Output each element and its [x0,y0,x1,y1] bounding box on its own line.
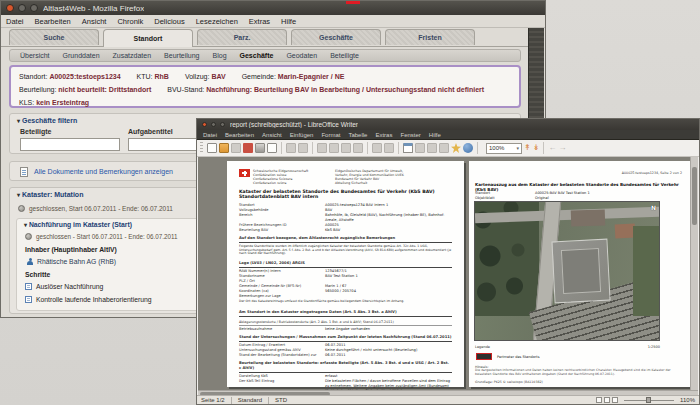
main-tab[interactable]: Suche [9,29,99,45]
zoom-slider[interactable] [624,397,674,403]
schritt-link[interactable]: Kontrolle laufende Inhaberorientierung [36,296,152,303]
report-row: Ablagerungsstandorte / Betriebsstandorte… [239,320,452,326]
menu-item[interactable]: Hilfe [281,17,296,26]
report-row: Am Standort in den Kataster eingetragene… [239,310,452,317]
notification-strip [346,1,360,4]
beteiligte-input[interactable] [20,138,120,151]
writer-menubar: DateiBearbeitenAnsichtEinfügenFormatTabe… [197,130,699,140]
zoom-slider-thumb[interactable] [646,397,651,403]
copy-icon[interactable] [329,143,339,153]
hyperlink-icon[interactable] [463,143,473,153]
writer-titlebar[interactable]: report (schreibgeschützt) - LibreOffice … [197,119,699,130]
sub-tab[interactable]: Zusatzdaten [113,52,152,59]
close-icon[interactable] [6,4,14,12]
menu-item[interactable]: Datei [203,132,217,138]
sub-tab[interactable]: Übersicht [20,52,50,59]
nachfuehrung-header[interactable]: ▾ Nachführung im Kataster (Start) [17,219,213,228]
schritte-label: Schritte [25,271,50,278]
navigator-icon[interactable] [439,143,449,153]
find-icon[interactable] [427,143,437,153]
menu-item[interactable]: Delicious [154,17,184,26]
sub-tab[interactable]: Geschäfte [240,52,274,59]
menu-item[interactable]: Format [321,132,340,138]
report-row: Stand der Untersuchungen / Massnahmen zu… [239,335,452,342]
inhaber-row: Rhätische Bahn AG (RhB) [27,258,116,265]
insert-table-icon[interactable] [403,143,413,153]
menu-item[interactable]: Bearbeiten [225,132,254,138]
menu-item[interactable]: Bearbeiten [35,17,71,26]
new-document-icon[interactable] [207,143,217,153]
inhaber-name[interactable]: Rhätische Bahn AG (RhB) [37,258,116,265]
kataster-status: geschlossen, Start 06.07.2011 - Ende: 06… [18,205,173,212]
view-layout-buttons [596,397,618,403]
main-tab[interactable]: Geschäfte [291,29,381,45]
show-all-documents-link[interactable]: Alle Dokumente und Bemerkungen anzeigen [34,168,173,175]
undo-icon[interactable] [372,143,382,153]
menu-item[interactable]: Tabelle [348,132,367,138]
menu-item[interactable]: Datei [6,17,24,26]
book-view-icon[interactable] [612,397,618,403]
sub-tab[interactable]: Grunddaten [63,52,100,59]
vertical-scrollbar[interactable] [690,157,698,390]
navigate-down-icon[interactable]: ↡ [533,143,540,153]
toolbar-handle[interactable] [200,142,203,154]
report-row: Betriebsaufnahme keine Angabe vorhanden [239,327,452,332]
nachfuehrung-panel: ▾ Nachführung im Kataster (Start) geschl… [16,218,214,311]
cut-icon[interactable] [317,143,327,153]
scrollbar-thumb[interactable] [692,167,697,225]
menu-item[interactable]: Extras [249,17,270,26]
menu-item[interactable]: Lesezeichen [196,17,238,26]
sub-tab[interactable]: Geodaten [286,52,317,59]
sub-tab[interactable]: Beteiligte [330,52,359,59]
page-preview-icon[interactable] [267,143,277,153]
single-page-view-icon[interactable] [596,397,602,403]
department-line: Abteilung Sicherheit [335,181,404,185]
paste-icon[interactable] [341,143,351,153]
schritt-link[interactable]: Auslöser Nachführung [36,283,103,290]
format-paintbrush-icon[interactable] [353,143,363,153]
swiss-flag-icon [239,169,250,177]
gallery-icon[interactable] [451,143,461,153]
redo-icon[interactable] [384,143,394,153]
main-tab[interactable]: Standort [103,29,193,47]
minimize-icon[interactable] [211,122,216,127]
menu-item[interactable]: Ansicht [82,17,107,26]
maximize-icon[interactable] [220,122,225,127]
draw-functions-icon[interactable] [415,143,425,153]
info-pair: BVU-Stand: Nachführung: Beurteilung BAV … [167,86,484,93]
aufgabentitel-label: Aufgabentitel [128,128,173,135]
menu-item[interactable]: Extras [375,132,392,138]
aerial-photo: N [474,201,660,341]
menu-item[interactable]: Ansicht [262,132,282,138]
zoom-percent: 110% [680,397,695,403]
menu-item[interactable]: Einfügen [290,132,314,138]
menu-item[interactable]: Hilfe [429,132,441,138]
firefox-titlebar[interactable]: Altlast4Web - Mozilla Firefox [1,1,545,15]
print-icon[interactable] [255,143,265,153]
export-pdf-icon[interactable] [243,143,253,153]
back-icon[interactable]: ← [548,143,556,153]
main-tab[interactable]: Fristen [385,29,475,45]
menu-item[interactable]: Fenster [400,132,420,138]
autospell-icon[interactable] [298,143,308,153]
save-icon[interactable] [231,143,241,153]
spellcheck-icon[interactable] [286,143,296,153]
forward-icon[interactable]: → [558,143,566,153]
menu-item[interactable]: Chronik [117,17,143,26]
multi-page-view-icon[interactable] [604,397,610,403]
sub-tab[interactable]: Blog [213,52,227,59]
copyright-line: Grundlage: PK25 © swisstopo (BA110382) [475,380,543,384]
minimize-icon[interactable] [18,4,26,12]
main-tab[interactable]: Parz. [197,29,287,45]
report-rows: Standort A00025:testoeps1234 BAV intern … [239,203,452,399]
navigate-up-icon[interactable]: ↟ [524,143,531,153]
writer-statusbar: Seite 1/2 Standard STD 110% [197,395,699,404]
maximize-icon[interactable] [30,4,38,12]
sub-tab[interactable]: Beurteilung [164,52,199,59]
perimeter-swatch [476,353,492,360]
open-icon[interactable] [219,143,229,153]
person-icon [27,258,33,265]
zoom-combo[interactable]: 100% ▾ [486,143,522,154]
document-page-1: Schweizerische EidgenossenschaftConfédér… [227,161,464,387]
close-icon[interactable] [202,122,207,127]
